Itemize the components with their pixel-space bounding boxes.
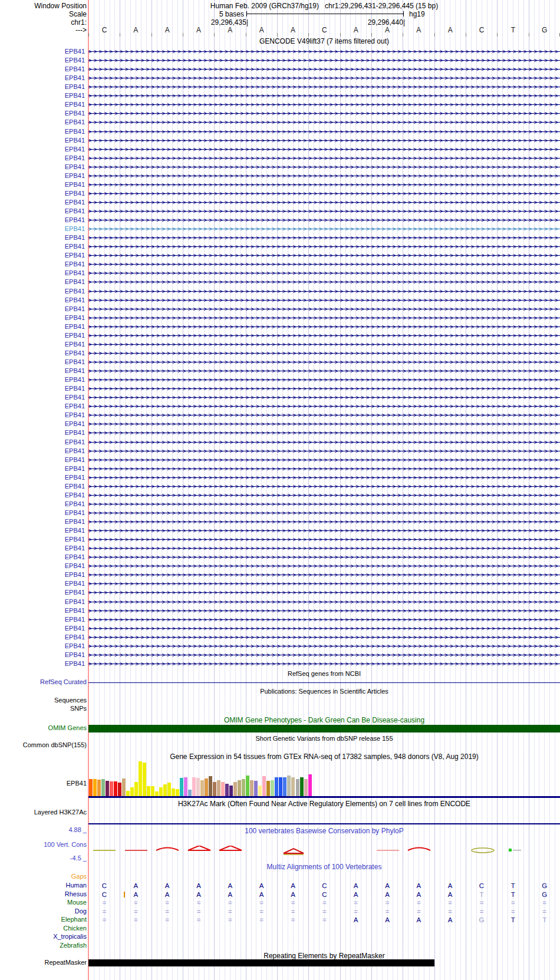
multiz-species-label[interactable]: Zebrafish [0, 942, 87, 949]
gene-label[interactable]: EPB41 [0, 128, 85, 135]
gene-row[interactable]: EPB41>>>>>>>>>>>>>>>>>>>>>>>>>>>>>>>>>>>… [0, 340, 560, 349]
gene-row[interactable]: EPB41>>>>>>>>>>>>>>>>>>>>>>>>>>>>>>>>>>>… [0, 74, 560, 83]
gene-row[interactable]: EPB41>>>>>>>>>>>>>>>>>>>>>>>>>>>>>>>>>>>… [0, 633, 560, 642]
gtex-tissue-bar[interactable] [106, 781, 109, 796]
gene-row[interactable]: EPB41>>>>>>>>>>>>>>>>>>>>>>>>>>>>>>>>>>>… [0, 171, 560, 180]
gene-row[interactable]: EPB41>>>>>>>>>>>>>>>>>>>>>>>>>>>>>>>>>>>… [0, 491, 560, 500]
gtex-tissue-bar[interactable] [209, 776, 212, 796]
gene-label[interactable]: EPB41 [0, 199, 85, 206]
gtex-tissue-bar[interactable] [242, 779, 245, 796]
gene-label[interactable]: EPB41 [0, 172, 85, 179]
gene-row[interactable]: EPB41>>>>>>>>>>>>>>>>>>>>>>>>>>>>>>>>>>>… [0, 109, 560, 118]
gtex-tissue-bar[interactable] [101, 779, 105, 796]
gene-label[interactable]: EPB41 [0, 500, 85, 507]
gene-label[interactable]: EPB41 [0, 323, 85, 330]
gene-label[interactable]: EPB41 [0, 288, 85, 295]
gtex-tissue-bar[interactable] [184, 777, 187, 796]
gene-label[interactable]: EPB41 [0, 518, 85, 525]
gene-row[interactable]: EPB41>>>>>>>>>>>>>>>>>>>>>>>>>>>>>>>>>>>… [0, 544, 560, 553]
gene-label[interactable]: EPB41 [0, 660, 85, 667]
gene-label[interactable]: EPB41 [0, 465, 85, 472]
gene-row[interactable]: EPB41>>>>>>>>>>>>>>>>>>>>>>>>>>>>>>>>>>>… [0, 198, 560, 207]
gtex-tissue-bar[interactable] [89, 779, 93, 796]
gtex-tissue-bar[interactable] [283, 777, 286, 796]
gene-row[interactable]: EPB41>>>>>>>>>>>>>>>>>>>>>>>>>>>>>>>>>>>… [0, 598, 560, 606]
gtex-tissue-bar[interactable] [134, 782, 138, 796]
gene-row[interactable]: EPB41>>>>>>>>>>>>>>>>>>>>>>>>>>>>>>>>>>>… [0, 509, 560, 517]
gene-label[interactable]: EPB41 [0, 589, 85, 596]
gene-row[interactable]: EPB41>>>>>>>>>>>>>>>>>>>>>>>>>>>>>>>>>>>… [0, 456, 560, 464]
gene-label[interactable]: EPB41 [0, 438, 85, 446]
gtex-tissue-bar[interactable] [296, 779, 299, 796]
gene-label[interactable]: EPB41 [0, 385, 85, 392]
gene-row[interactable]: EPB41>>>>>>>>>>>>>>>>>>>>>>>>>>>>>>>>>>>… [0, 163, 560, 171]
gtex-tissue-bar[interactable] [275, 777, 278, 796]
gene-label[interactable]: EPB41 [0, 181, 85, 188]
gene-label[interactable]: EPB41 [0, 101, 85, 108]
gene-row[interactable]: EPB41>>>>>>>>>>>>>>>>>>>>>>>>>>>>>>>>>>>… [0, 287, 560, 296]
gene-label[interactable]: EPB41 [0, 536, 85, 543]
gene-row[interactable]: EPB41>>>>>>>>>>>>>>>>>>>>>>>>>>>>>>>>>>>… [0, 384, 560, 393]
gtex-tissue-bar[interactable] [266, 781, 270, 796]
gene-row[interactable]: EPB41>>>>>>>>>>>>>>>>>>>>>>>>>>>>>>>>>>>… [0, 562, 560, 570]
gene-row[interactable]: EPB41>>>>>>>>>>>>>>>>>>>>>>>>>>>>>>>>>>>… [0, 314, 560, 322]
snps-label[interactable]: SNPs [0, 705, 87, 712]
gtex-tissue-bar[interactable] [167, 783, 171, 796]
omim-genes-label[interactable]: OMIM Genes [0, 724, 87, 731]
gene-row[interactable]: EPB41>>>>>>>>>>>>>>>>>>>>>>>>>>>>>>>>>>>… [0, 411, 560, 420]
gene-label[interactable]: EPB41 [0, 57, 85, 64]
gene-label[interactable]: EPB41 [0, 474, 85, 481]
gtex-tissue-bar[interactable] [217, 780, 220, 796]
gene-label[interactable]: EPB41 [0, 341, 85, 348]
sequences-label[interactable]: Sequences [0, 697, 87, 704]
gene-row[interactable]: EPB41>>>>>>>>>>>>>>>>>>>>>>>>>>>>>>>>>>>… [0, 180, 560, 189]
gene-row[interactable]: EPB41>>>>>>>>>>>>>>>>>>>>>>>>>>>>>>>>>>>… [0, 579, 560, 588]
gene-row[interactable]: EPB41>>>>>>>>>>>>>>>>>>>>>>>>>>>>>>>>>>>… [0, 100, 560, 109]
gene-label[interactable]: EPB41 [0, 553, 85, 560]
gtex-tissue-bar[interactable] [250, 780, 253, 796]
gtex-tissue-bar[interactable] [163, 784, 167, 796]
gene-label[interactable]: EPB41 [0, 163, 85, 170]
gene-row[interactable]: EPB41>>>>>>>>>>>>>>>>>>>>>>>>>>>>>>>>>>>… [0, 517, 560, 526]
repeatmasker-element-bar[interactable] [88, 959, 434, 966]
gene-label[interactable]: EPB41 [0, 332, 85, 339]
gene-row[interactable]: EPB41>>>>>>>>>>>>>>>>>>>>>>>>>>>>>>>>>>>… [0, 393, 560, 402]
gene-label[interactable]: EPB41 [0, 207, 85, 215]
phylop-label[interactable]: 100 Vert. Cons [0, 841, 87, 848]
multiz-species-label[interactable]: Rhesus [0, 890, 87, 897]
gene-row[interactable]: EPB41>>>>>>>>>>>>>>>>>>>>>>>>>>>>>>>>>>>… [0, 402, 560, 411]
gene-label[interactable]: EPB41 [0, 376, 85, 383]
gene-row[interactable]: EPB41>>>>>>>>>>>>>>>>>>>>>>>>>>>>>>>>>>>… [0, 375, 560, 384]
gtex-tissue-bar[interactable] [151, 786, 154, 796]
gene-label[interactable]: EPB41 [0, 625, 85, 632]
gtex-tissue-bar[interactable] [308, 774, 312, 796]
gtex-tissue-bar[interactable] [110, 781, 113, 796]
gtex-tissue-bar[interactable] [229, 786, 233, 796]
gene-label[interactable]: EPB41 [0, 190, 85, 197]
gene-label[interactable]: EPB41 [0, 562, 85, 569]
gtex-tissue-bar[interactable] [205, 778, 208, 796]
multiz-species-label[interactable]: Human [0, 882, 87, 889]
gene-row[interactable]: EPB41>>>>>>>>>>>>>>>>>>>>>>>>>>>>>>>>>>>… [0, 358, 560, 367]
gtex-tissue-bar[interactable] [254, 781, 258, 796]
gene-row[interactable]: EPB41>>>>>>>>>>>>>>>>>>>>>>>>>>>>>>>>>>>… [0, 349, 560, 358]
gene-label[interactable]: EPB41 [0, 216, 85, 223]
gene-label[interactable]: EPB41 [0, 118, 85, 126]
gene-row[interactable]: EPB41>>>>>>>>>>>>>>>>>>>>>>>>>>>>>>>>>>>… [0, 588, 560, 597]
gene-label[interactable]: EPB41 [0, 509, 85, 516]
multiz-species-label[interactable]: Gaps [0, 873, 87, 880]
gene-row[interactable]: EPB41>>>>>>>>>>>>>>>>>>>>>>>>>>>>>>>>>>>… [0, 464, 560, 473]
gene-row[interactable]: EPB41>>>>>>>>>>>>>>>>>>>>>>>>>>>>>>>>>>>… [0, 269, 560, 278]
gene-label[interactable]: EPB41 [0, 616, 85, 623]
gene-label[interactable]: EPB41 [0, 83, 85, 90]
gene-label[interactable]: EPB41 [0, 394, 85, 401]
gtex-tissue-bar[interactable] [192, 777, 196, 796]
gtex-tissue-bar[interactable] [196, 778, 200, 796]
gene-row[interactable]: EPB41>>>>>>>>>>>>>>>>>>>>>>>>>>>>>>>>>>>… [0, 331, 560, 340]
gene-row[interactable]: EPB41>>>>>>>>>>>>>>>>>>>>>>>>>>>>>>>>>>>… [0, 606, 560, 615]
gene-row[interactable]: EPB41>>>>>>>>>>>>>>>>>>>>>>>>>>>>>>>>>>>… [0, 651, 560, 659]
gene-row[interactable]: EPB41>>>>>>>>>>>>>>>>>>>>>>>>>>>>>>>>>>>… [0, 242, 560, 251]
gtex-tissue-bar[interactable] [180, 778, 183, 796]
omim-gene-bar[interactable] [88, 725, 560, 732]
gene-label[interactable]: EPB41 [0, 234, 85, 241]
